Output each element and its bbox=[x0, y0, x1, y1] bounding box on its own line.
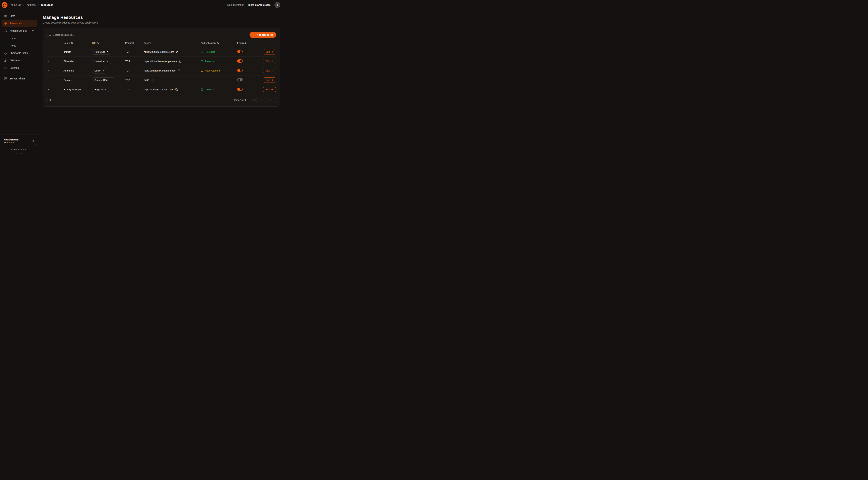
ellipsis-icon bbox=[46, 60, 49, 63]
sites-icon bbox=[4, 14, 7, 18]
last-page-button[interactable] bbox=[271, 97, 276, 102]
sidebar-item-sites[interactable]: Sites bbox=[2, 12, 37, 19]
plus-icon bbox=[252, 33, 255, 36]
organization-picker[interactable]: Organization Home Lab bbox=[2, 137, 37, 145]
copy-button[interactable] bbox=[179, 60, 181, 63]
access-cell: 5432 bbox=[144, 79, 201, 82]
enabled-toggle[interactable] bbox=[237, 78, 243, 82]
copy-button[interactable] bbox=[178, 69, 180, 72]
enabled-toggle[interactable] bbox=[237, 59, 243, 63]
organization-picker-title: Organization bbox=[4, 138, 32, 141]
enabled-toggle[interactable] bbox=[237, 88, 243, 91]
column-header-protocol: Protocol bbox=[125, 41, 144, 44]
toggle-knob bbox=[240, 88, 242, 90]
edit-label: Edit bbox=[266, 79, 270, 82]
search-input[interactable] bbox=[53, 33, 104, 36]
avatar[interactable]: J bbox=[275, 2, 280, 8]
shield-off-icon bbox=[201, 69, 204, 72]
first-page-button[interactable] bbox=[252, 97, 257, 102]
sidebar-item-label: Users bbox=[9, 37, 30, 40]
add-resource-button[interactable]: Add Resource bbox=[250, 32, 276, 38]
sidebar-item-label: Sites bbox=[9, 14, 34, 18]
sidebar-item-access-control[interactable]: Access Control bbox=[2, 27, 37, 34]
ellipsis-icon bbox=[46, 51, 49, 53]
edit-button[interactable]: Edit bbox=[263, 78, 276, 83]
sidebar-item-shareable-links[interactable]: Shareable Links bbox=[2, 50, 37, 57]
column-label: Name bbox=[63, 41, 70, 44]
column-label: Protocol bbox=[125, 41, 134, 44]
next-page-button[interactable] bbox=[265, 97, 270, 102]
site-name: Edge 01 bbox=[94, 88, 103, 91]
site-link-chip[interactable]: Edge 01 bbox=[92, 87, 109, 92]
row-menu-button[interactable] bbox=[46, 69, 63, 72]
sidebar-item-label: API Keys bbox=[9, 59, 34, 62]
enabled-cell bbox=[237, 50, 262, 54]
site-link-chip[interactable]: Home Lab bbox=[92, 59, 111, 64]
edit-button[interactable]: Edit bbox=[263, 68, 276, 73]
breadcrumb-settings[interactable]: settings bbox=[27, 3, 35, 6]
enabled-toggle[interactable] bbox=[237, 50, 243, 53]
enabled-cell bbox=[237, 59, 262, 63]
sidebar-item-api-keys[interactable]: API Keys bbox=[2, 57, 37, 64]
documentation-link[interactable]: Documentation bbox=[227, 3, 244, 6]
enabled-cell bbox=[237, 88, 262, 91]
pangolin-logo-icon[interactable] bbox=[1, 2, 8, 8]
resource-protocol: TCP bbox=[125, 69, 144, 72]
edit-label: Edit bbox=[266, 69, 270, 72]
copy-button[interactable] bbox=[175, 88, 178, 91]
row-menu-button[interactable] bbox=[46, 79, 63, 82]
open-source-link[interactable]: Open Source bbox=[2, 148, 37, 151]
table-row: Authentik Office TCP https://authentik.e… bbox=[46, 66, 276, 76]
sidebar-item-server-admin[interactable]: Server Admin bbox=[2, 75, 37, 82]
page-size-select[interactable]: 20 bbox=[46, 97, 58, 103]
access-cell: https://battery.example.com bbox=[144, 88, 201, 91]
edit-cell: Edit bbox=[263, 87, 276, 92]
row-menu-button[interactable] bbox=[46, 88, 63, 91]
page-size-value: 20 bbox=[49, 99, 52, 101]
access-url: https://bitwarden.example.com bbox=[144, 60, 177, 63]
sidebar-item-settings[interactable]: Settings bbox=[2, 64, 37, 71]
site-link-chip[interactable]: Second Office bbox=[92, 78, 115, 83]
copy-button[interactable] bbox=[151, 79, 153, 82]
site-link-chip[interactable]: Home Lab bbox=[92, 49, 111, 55]
shield-check-icon bbox=[201, 51, 204, 53]
table-toolbar: Add Resource bbox=[46, 32, 276, 38]
user-email-menu[interactable]: joe@example.com bbox=[248, 3, 271, 6]
arrow-right-icon bbox=[271, 69, 273, 72]
column-header-access: Access bbox=[144, 41, 201, 44]
toggle-knob bbox=[240, 60, 242, 62]
site-link-chip[interactable]: Office bbox=[92, 68, 106, 73]
arrow-up-right-icon bbox=[104, 89, 106, 91]
edit-button[interactable]: Edit bbox=[263, 49, 276, 55]
copy-icon bbox=[175, 88, 178, 91]
sidebar-item-roles[interactable]: Roles bbox=[2, 42, 37, 49]
edit-button[interactable]: Edit bbox=[263, 59, 276, 64]
authentication-label: Protected bbox=[205, 51, 215, 53]
arrow-up-right-icon bbox=[111, 79, 113, 81]
ellipsis-icon bbox=[46, 88, 49, 91]
enabled-toggle[interactable] bbox=[237, 69, 243, 72]
sidebar-item-resources[interactable]: Resources bbox=[2, 20, 37, 27]
search-icon bbox=[49, 33, 52, 36]
breadcrumb-org[interactable]: home-lab bbox=[11, 3, 21, 6]
column-header-authentication[interactable]: Authentication bbox=[201, 41, 237, 44]
sidebar-item-label: Roles bbox=[9, 44, 34, 47]
row-menu-button[interactable] bbox=[46, 51, 63, 53]
edit-button[interactable]: Edit bbox=[263, 87, 276, 92]
chevron-left-icon bbox=[260, 99, 262, 101]
row-menu-button[interactable] bbox=[46, 60, 63, 63]
authentication-label: Protected bbox=[205, 60, 215, 63]
column-header-name[interactable]: Name bbox=[63, 41, 92, 44]
edit-label: Edit bbox=[266, 51, 270, 53]
column-header-site[interactable]: Site bbox=[92, 41, 125, 44]
resource-name: Postgres bbox=[63, 79, 92, 82]
sidebar-item-users[interactable]: Users bbox=[2, 35, 37, 41]
prev-page-button[interactable] bbox=[258, 97, 264, 102]
copy-button[interactable] bbox=[176, 51, 178, 53]
arrow-right-icon bbox=[271, 88, 273, 91]
site-name: Office bbox=[94, 69, 101, 72]
table-row: Postgres Second Office TCP 5432 - bbox=[46, 76, 276, 85]
site-name: Home Lab bbox=[94, 60, 105, 63]
shield-check-icon bbox=[201, 60, 204, 63]
arrow-right-icon bbox=[271, 51, 273, 53]
